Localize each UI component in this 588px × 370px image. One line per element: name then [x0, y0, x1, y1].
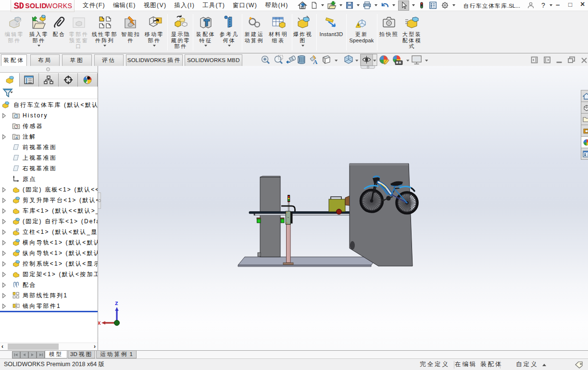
svg-text:A: A	[15, 136, 18, 139]
svg-text:A: A	[313, 58, 318, 65]
svg-text:X: X	[98, 320, 101, 326]
svg-text:Z: Z	[115, 301, 118, 306]
svg-text:WORKS: WORKS	[46, 2, 72, 10]
svg-text:SOLID: SOLID	[25, 2, 47, 10]
